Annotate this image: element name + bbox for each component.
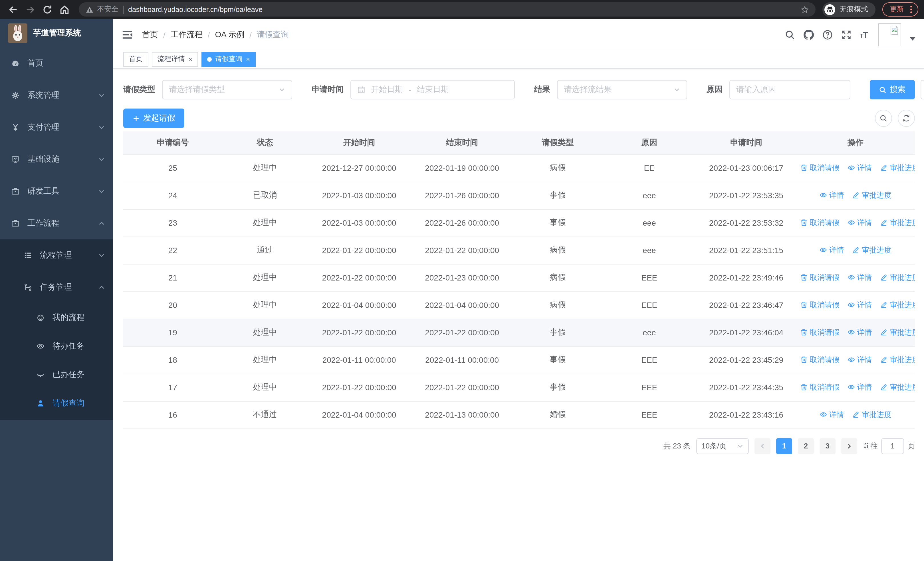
cancel-action-link[interactable]: 取消请假 [800,327,840,338]
close-tab-icon[interactable]: × [188,56,192,63]
result-select[interactable]: 请选择流结果 [557,80,687,99]
detail-action-link[interactable]: 详情 [848,300,872,310]
bookmark-star-icon[interactable] [801,5,809,14]
face-icon [36,314,45,322]
cell-apply_time: 2022-01-22 23:53:35 [696,182,796,209]
progress-action-link[interactable]: 审批进度 [880,300,915,310]
sidebar-item-done-tasks[interactable]: 已办任务 [0,361,113,389]
browser-forward-icon[interactable] [23,2,38,17]
sidebar-item-system[interactable]: 系统管理 [0,80,113,111]
reload-icon [42,4,52,15]
detail-action-link[interactable]: 详情 [848,382,872,393]
detail-action-link[interactable]: 详情 [819,245,844,256]
sidebar-item-my-process[interactable]: 我的流程 [0,303,113,332]
sidebar-item-workflow[interactable]: 工作流程 [0,208,113,239]
reset-button[interactable]: 重置 [921,80,924,99]
trash-icon [800,219,808,227]
sidebar-item-leave-query[interactable]: 请假查询 [0,389,113,418]
briefcase-icon [11,187,20,196]
header-search-button[interactable] [784,29,795,40]
prev-page-button[interactable] [754,438,771,454]
cancel-action-link[interactable]: 取消请假 [800,218,840,228]
avatar-caret-icon[interactable] [910,37,915,40]
show-search-button[interactable] [875,110,892,127]
progress-action-link[interactable]: 审批进度 [880,355,915,365]
create-leave-button[interactable]: 发起请假 [123,108,184,128]
browser-reload-icon[interactable] [40,2,55,17]
sidebar-item-devtools[interactable]: 研发工具 [0,175,113,208]
sidebar-item-infrastructure[interactable]: 基础设施 [0,143,113,175]
collapse-sidebar-icon[interactable] [122,29,133,40]
close-tab-icon[interactable]: × [246,56,250,63]
search-button[interactable]: 搜索 [870,80,915,99]
sidebar-item-process-management[interactable]: 流程管理 [0,239,113,271]
page-button-2[interactable]: 2 [798,438,814,454]
progress-action-link[interactable]: 审批进度 [880,272,915,283]
reason-placeholder: 请输入原因 [736,84,776,95]
date-range-picker[interactable]: 开始日期 - 结束日期 [350,80,515,99]
breadcrumb-item[interactable]: OA 示例 [215,29,244,40]
progress-action-link[interactable]: 审批进度 [880,382,915,393]
detail-action-link[interactable]: 详情 [848,163,872,173]
progress-action-link[interactable]: 审批进度 [852,190,891,200]
help-icon [822,29,832,40]
browser-back-icon[interactable] [6,2,21,17]
sidebar-item-task-management[interactable]: 任务管理 [0,271,113,303]
cancel-action-link[interactable]: 取消请假 [800,382,840,393]
next-page-button[interactable] [841,438,857,454]
progress-action-link[interactable]: 审批进度 [880,163,915,173]
cell-end: 2022-01-23 00:00:00 [411,264,514,291]
breadcrumb-item[interactable]: 首页 [142,29,158,40]
active-tab-dot [207,57,212,62]
browser-home-icon[interactable] [57,2,72,17]
filter-bar: 请假类型 请选择请假类型 申请时间 开始日期 - 结束日期 [123,80,915,99]
page-button-3[interactable]: 3 [819,438,836,454]
detail-action-link[interactable]: 详情 [819,190,844,200]
monitor-icon [11,155,20,163]
detail-action-link[interactable]: 详情 [819,410,844,420]
tab-请假查询[interactable]: 请假查询× [201,52,256,66]
cell-status: 处理中 [222,154,308,182]
cell-actions: 取消请假详情审批进度 [796,154,915,182]
detail-action-link[interactable]: 详情 [848,327,872,338]
browser-menu-icon[interactable] [909,5,913,14]
tab-流程详情[interactable]: 流程详情× [152,52,198,66]
progress-action-link[interactable]: 审批进度 [852,245,891,256]
page-size-select[interactable]: 10条/页 [696,438,749,454]
detail-action-link[interactable]: 详情 [848,218,872,228]
detail-action-link[interactable]: 详情 [848,272,872,283]
tab-首页[interactable]: 首页 [123,52,148,66]
cell-reason: EE [602,154,696,182]
sidebar-item-home[interactable]: 首页 [0,47,113,80]
cancel-action-link[interactable]: 取消请假 [800,300,840,310]
sidebar-item-payment[interactable]: 支付管理 [0,111,113,143]
cancel-action-link[interactable]: 取消请假 [800,163,840,173]
breadcrumb-item[interactable]: 工作流程 [171,29,202,40]
goto-page-input[interactable] [881,438,904,454]
user-avatar[interactable] [878,23,901,46]
cancel-action-link[interactable]: 取消请假 [800,355,840,365]
progress-action-link[interactable]: 审批进度 [852,410,891,420]
refresh-table-button[interactable] [898,110,915,127]
pen-icon [880,301,888,309]
fullscreen-button[interactable] [841,29,851,40]
page-button-1[interactable]: 1 [776,438,792,454]
tree-icon [24,283,32,291]
detail-action-link[interactable]: 详情 [848,355,872,365]
font-size-button[interactable]: TT [860,30,867,39]
action-label: 审批进度 [890,382,915,393]
progress-action-link[interactable]: 审批进度 [880,327,915,338]
help-button[interactable] [822,29,832,40]
sidebar-item-todo-tasks[interactable]: 待办任务 [0,332,113,361]
reason-input[interactable]: 请输入原因 [729,80,850,99]
cell-status: 处理中 [222,319,308,346]
update-button[interactable]: 更新 [882,2,918,17]
cancel-action-link[interactable]: 取消请假 [800,272,840,283]
progress-action-link[interactable]: 审批进度 [880,218,915,228]
security-indicator[interactable]: 不安全 [86,5,118,14]
url-bar[interactable]: 不安全 dashboard.yudao.iocoder.cn/bpm/oa/le… [79,2,816,17]
app-logo [8,23,27,43]
github-link[interactable] [803,29,814,40]
briefcase-icon [11,220,20,227]
leave-type-select[interactable]: 请选择请假类型 [162,80,292,99]
